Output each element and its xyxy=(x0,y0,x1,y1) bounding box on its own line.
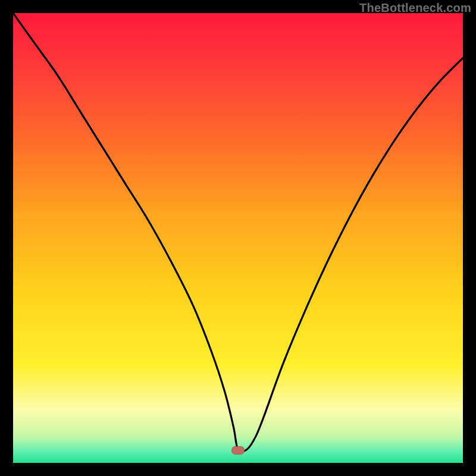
bottleneck-plot xyxy=(13,13,463,463)
optimal-marker xyxy=(231,446,245,455)
watermark-text: TheBottleneck.com xyxy=(359,1,471,15)
background-gradient xyxy=(13,13,463,463)
chart-frame: TheBottleneck.com xyxy=(0,0,476,476)
plot-area xyxy=(13,13,463,463)
